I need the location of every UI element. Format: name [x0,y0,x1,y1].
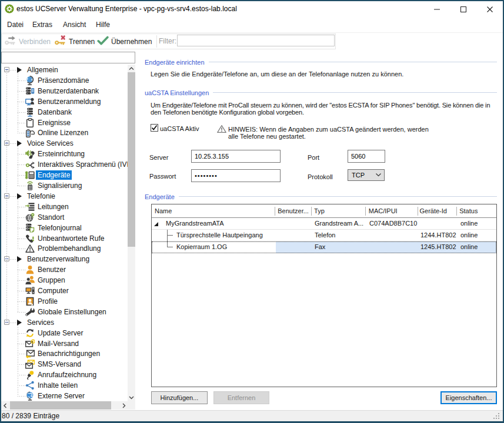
group-triangle-icon [17,67,22,73]
column-header-5[interactable]: Status [457,204,496,217]
apply-check-icon [97,35,109,48]
tree-item-endger-te[interactable]: Endgeräte [1,170,128,180]
tree-item-unbeantwortete-rufe[interactable]: Unbeantwortete Rufe [1,233,128,244]
cell-name: MyGrandstreamATA [166,218,275,229]
filter-input[interactable] [177,35,335,46]
server-input[interactable] [191,150,281,163]
tree-item-leitungen[interactable]: Leitungen [1,202,128,212]
menu-bar: Datei Extras Ansicht Hilfe [1,18,503,33]
cell-typ: Fax [315,241,365,253]
disconnect-button[interactable]: Trennen [55,34,95,49]
scroll-down-icon[interactable] [128,394,135,401]
scroll-left-icon[interactable] [1,401,9,409]
column-header-4[interactable]: Geräte-Id [418,204,457,217]
column-header-0[interactable]: Name [152,204,275,217]
tree-item-sms-versand[interactable]: SMS-Versand [1,359,128,370]
tree-item-telefonjournal[interactable]: Telefonjournal [1,223,128,233]
table-row-2[interactable]: Kopierraum 1.OGFax1245.HT802online [152,241,496,253]
cell-typ: Grandstream A... [315,218,365,229]
cell-name: Türsprechstelle Hautpeingang [176,230,275,241]
tree-item-profile[interactable]: Profile [1,296,128,307]
remove-device-button[interactable]: Entfernen [213,391,269,404]
table-row-0[interactable]: MyGrandstreamATAGrandstream A...C074AD8B… [152,218,496,230]
close-button[interactable] [476,1,503,18]
maximize-button[interactable] [450,1,476,18]
menu-extras[interactable]: Extras [32,18,52,32]
tree-item-ersteinrichtung[interactable]: Ersteinrichtung [1,149,128,159]
app-logo-icon [5,4,14,14]
protocol-select[interactable]: TCP [348,169,385,181]
menu-ansicht[interactable]: Ansicht [63,18,86,32]
connect-key-icon [5,35,16,48]
clipboard-icon [25,118,35,127]
scroll-up-icon[interactable] [128,65,135,72]
wrench-icon [25,307,35,317]
table-row-1[interactable]: Türsprechstelle HautpeingangTelefon1244.… [152,230,496,241]
properties-button[interactable]: Eigenschaften... [440,391,497,404]
server-label: Server [149,154,168,161]
refresh-icon [25,328,35,338]
tree-group-services[interactable]: Services [1,317,128,328]
devices-table-header: NameBenutzer...TypMAC/IPUIGeräte-IdStatu… [152,204,496,218]
tree-vertical-scrollbar[interactable] [128,65,135,401]
password-input[interactable] [191,169,281,182]
tree-item-benutzer[interactable]: Benutzer [1,264,128,275]
tree-group-benutzerverwaltung[interactable]: Benutzerverwaltung [1,254,128,264]
tree-item-signalisierung[interactable]: Signalisierung [1,180,128,191]
row-expanded-icon[interactable] [153,221,159,228]
vscroll-thumb[interactable] [128,72,135,247]
tree-item-externe-server[interactable]: Externe Server [1,391,128,401]
wifi-keypad-icon [25,181,35,190]
add-device-button[interactable]: Hinzufügen... [151,391,208,404]
column-header-3[interactable]: MAC/IPUI [366,204,419,217]
cell-mac [369,241,419,253]
tree-horizontal-scrollbar[interactable] [1,401,128,409]
warn-triangle-icon [25,244,35,253]
tree-item-problembehandlung[interactable]: Problembehandlung [1,243,128,254]
share-icon [25,381,35,390]
section-header-devices: Endgeräte [145,193,497,200]
tree-item-ereignisse[interactable]: Ereignisse [1,118,128,128]
tree-filter-input[interactable] [1,52,135,63]
resize-grip-icon[interactable] [493,412,501,419]
microphone-icon [25,370,35,380]
tree-item-update-server[interactable]: Update Server [1,328,128,338]
tree-item-online-lizenzen[interactable]: Online Lizenzen [1,127,128,138]
tree-item-benachrichtigungen[interactable]: Benachrichtigungen [1,348,128,359]
section-header-uacsta: uaCSTA Einstellungen [145,89,497,96]
tree-item-standort[interactable]: Standort [1,212,128,223]
menu-datei[interactable]: Datei [7,18,24,32]
tree-item-interaktives-sprachmen-ivr[interactable]: Interaktives Sprachmenü (IVR) [1,159,128,170]
hscroll-thumb[interactable] [10,401,111,409]
tree-item-gruppen[interactable]: Gruppen [1,275,128,286]
apply-button[interactable]: Übernehmen [97,34,152,49]
tree-group-voice-services[interactable]: Voice Services [1,138,128,149]
column-header-1[interactable]: Benutzer... [275,204,312,217]
tree-item-globale-einstellungen[interactable]: Globale Einstellungen [1,307,128,317]
minimize-button[interactable] [423,1,450,18]
globe-pin-icon [25,213,35,222]
tree-item-datenbank[interactable]: Datenbank [1,107,128,118]
tree-group-allgemein[interactable]: Allgemein [1,65,128,75]
tree-group-telefonie[interactable]: Telefonie [1,191,128,202]
port-input[interactable] [348,150,385,163]
group-triangle-icon [17,320,22,325]
tree-item-pr-senzdom-ne[interactable]: Präsenzdomäne [1,75,128,86]
uacsta-description: Um Endgeräte/Telefone mit ProCall steuer… [151,102,490,116]
tree-item-anrufaufzeichnung[interactable]: Anrufaufzeichnung [1,370,128,380]
scroll-right-icon[interactable] [120,401,128,409]
connect-button[interactable]: Verbinden [5,34,51,49]
globe-stand-icon [25,76,35,85]
uacsta-active-checkbox[interactable] [151,124,158,132]
ivr-icon [25,160,35,169]
menu-hilfe[interactable]: Hilfe [96,18,110,32]
tree-item-mail-versand[interactable]: Mail-Versand [1,338,128,349]
monitor-tower-icon [25,286,35,296]
tree-item-benutzerdatenbank[interactable]: Benutzerdatenbank [1,86,128,96]
disconnect-key-icon [55,35,66,48]
tree-item-computer[interactable]: Computer [1,286,128,296]
column-header-2[interactable]: Typ [312,204,366,217]
tree-item-inhalte-teilen[interactable]: Inhalte teilen [1,380,128,391]
speaker-phone-icon [25,149,35,159]
tree-item-benutzeranmeldung[interactable]: Benutzeranmeldung [1,96,128,107]
